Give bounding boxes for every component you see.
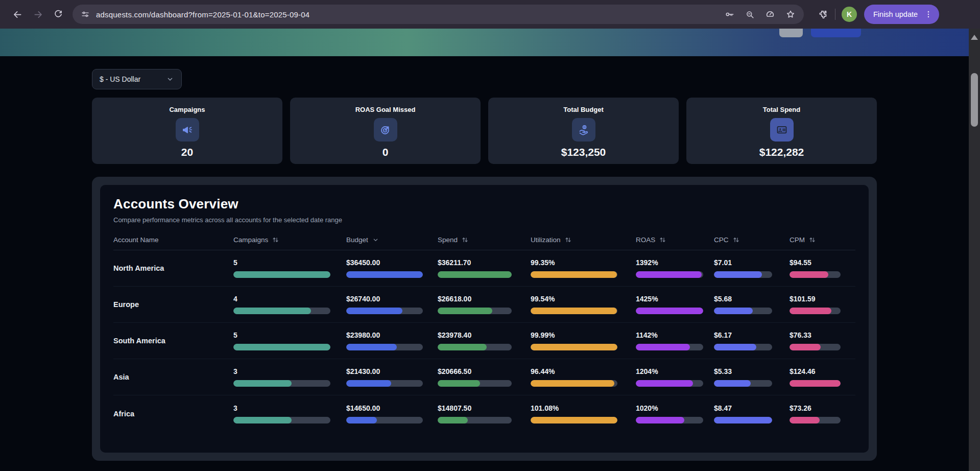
metric-cell-budget: $36450.00 — [346, 258, 438, 278]
metric-value: $6.17 — [714, 331, 790, 339]
metric-bar — [636, 271, 703, 278]
metric-bar — [636, 344, 703, 350]
metric-cell-spend: $36211.70 — [438, 258, 531, 278]
metric-bar — [438, 417, 512, 423]
profile-avatar[interactable]: K — [842, 7, 857, 22]
metric-value: $20666.50 — [438, 367, 531, 375]
metric-value: $36211.70 — [438, 258, 531, 267]
metric-bar — [233, 308, 330, 314]
metric-cell-campaigns: 3 — [233, 404, 346, 423]
column-header-spend[interactable]: Spend — [438, 236, 531, 244]
account-name: South America — [113, 337, 233, 345]
table-row[interactable]: South America5$23980.00$23978.4099.99%11… — [113, 323, 855, 359]
finish-update-button[interactable]: Finish update — [864, 5, 939, 24]
kebab-menu-icon[interactable] — [922, 8, 935, 21]
site-info-icon[interactable] — [81, 10, 90, 19]
metric-value: $73.26 — [790, 404, 855, 412]
stat-label: Total Spend — [763, 106, 800, 113]
column-header-budget[interactable]: Budget — [346, 236, 438, 244]
metric-bar — [790, 417, 841, 423]
sort-icon — [732, 236, 740, 244]
extensions-icon[interactable] — [817, 9, 828, 20]
metric-cell-spend: $14807.50 — [438, 404, 531, 423]
metric-value: 1425% — [636, 295, 714, 303]
wallet-card-icon — [770, 118, 794, 142]
metric-value: 3 — [233, 367, 346, 375]
sort-icon — [461, 236, 469, 244]
metric-bar — [790, 344, 841, 350]
metric-value: 101.08% — [531, 404, 636, 412]
address-bar[interactable]: adsquests.com/dashboard?from=2025-01-01&… — [73, 5, 804, 24]
scrollbar-up-arrow-icon[interactable] — [971, 35, 978, 40]
partial-blue-button[interactable] — [811, 29, 861, 37]
bookmark-star-icon[interactable] — [785, 9, 796, 19]
column-header-utilization[interactable]: Utilization — [531, 236, 636, 244]
metric-bar — [714, 308, 772, 314]
metric-bar — [531, 344, 617, 350]
metric-cell-budget: $14650.00 — [346, 404, 438, 423]
metric-bar — [346, 417, 423, 423]
scrollbar-thumb[interactable] — [971, 73, 978, 127]
metric-value: 5 — [233, 258, 346, 267]
metric-value: $26618.00 — [438, 295, 531, 303]
metric-value: 99.99% — [531, 331, 636, 339]
column-label: ROAS — [636, 236, 655, 244]
metric-cell-spend: $26618.00 — [438, 295, 531, 314]
metric-value: $14650.00 — [346, 404, 438, 412]
metric-bar — [790, 308, 841, 314]
metric-value: 5 — [233, 331, 346, 339]
sort-icon — [808, 236, 816, 244]
metric-value: 1142% — [636, 331, 714, 339]
metric-value: 1204% — [636, 367, 714, 375]
zoom-icon[interactable] — [745, 10, 755, 19]
sort-icon — [564, 236, 572, 244]
accounts-table-header: Account NameCampaignsBudgetSpendUtilizat… — [113, 236, 855, 250]
accounts-overview-panel: Accounts Overview Compare performance me… — [100, 185, 869, 453]
metric-bar — [438, 344, 512, 350]
browser-toolbar: adsquests.com/dashboard?from=2025-01-01&… — [0, 0, 980, 29]
metric-value: $5.68 — [714, 295, 790, 303]
metric-bar — [438, 308, 512, 314]
metric-bar — [636, 308, 703, 314]
metric-bar — [438, 380, 512, 387]
stat-value: $122,282 — [759, 146, 804, 158]
column-label: Spend — [438, 236, 458, 244]
currency-select[interactable]: $ - US Dollar — [92, 69, 182, 89]
column-header-cpm[interactable]: CPM — [790, 236, 855, 244]
stat-card-campaigns: Campaigns 20 — [92, 98, 282, 164]
metric-bar — [346, 271, 423, 278]
metric-bar — [438, 271, 512, 278]
forward-icon[interactable] — [28, 4, 48, 25]
back-icon[interactable] — [7, 4, 28, 25]
table-row[interactable]: Asia3$21430.00$20666.5096.44%1204%$5.33$… — [113, 359, 855, 395]
column-header-roas[interactable]: ROAS — [636, 236, 714, 244]
metric-value: 3 — [233, 404, 346, 412]
metric-cell-cpm: $76.33 — [790, 331, 855, 350]
sort-desc-icon — [372, 236, 379, 244]
column-label: CPC — [714, 236, 729, 244]
partial-gray-button[interactable] — [779, 29, 803, 37]
metric-cell-budget: $26740.00 — [346, 295, 438, 314]
chevron-down-icon — [166, 75, 174, 83]
metric-cell-budget: $21430.00 — [346, 367, 438, 387]
password-key-icon[interactable] — [725, 9, 735, 19]
page-scrollbar[interactable] — [969, 29, 980, 471]
table-row[interactable]: Africa3$14650.00$14807.50101.08%1020%$8.… — [113, 395, 855, 432]
table-row[interactable]: Europe4$26740.00$26618.0099.54%1425%$5.6… — [113, 287, 855, 323]
stat-card-total-budget: Total Budget $123,250 — [488, 98, 679, 164]
metric-value: $76.33 — [790, 331, 855, 339]
sort-icon — [272, 236, 279, 244]
target-arrow-icon — [374, 118, 397, 142]
metric-cell-cpm: $101.59 — [790, 295, 855, 314]
column-header-campaigns[interactable]: Campaigns — [233, 236, 346, 244]
performance-icon[interactable] — [765, 9, 775, 19]
sort-icon — [659, 236, 666, 244]
table-row[interactable]: North America5$36450.00$36211.7099.35%13… — [113, 250, 855, 287]
metric-cell-campaigns: 5 — [233, 331, 346, 350]
metric-bar — [714, 380, 772, 387]
metric-value: 1392% — [636, 258, 714, 267]
account-name: Europe — [113, 300, 233, 309]
column-header-cpc[interactable]: CPC — [714, 236, 790, 244]
url-text[interactable]: adsquests.com/dashboard?from=2025-01-01&… — [96, 10, 309, 19]
reload-icon[interactable] — [48, 4, 68, 25]
